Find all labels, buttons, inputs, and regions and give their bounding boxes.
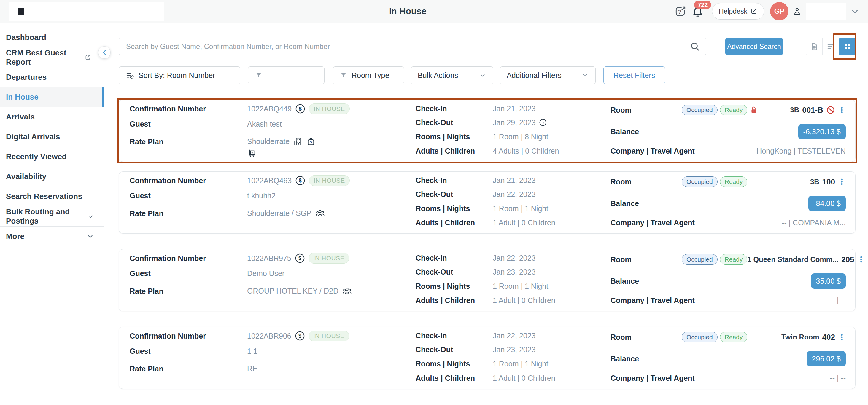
top-header: In House ? 722 Helpdesk (0, 0, 868, 23)
reservation-card[interactable]: Confirmation Number 1022ABQ449 $ IN HOUS… (119, 100, 856, 162)
dollar-circle-icon[interactable]: $ (295, 175, 305, 185)
confirmation-number-value[interactable]: 1022ABQ449 (247, 105, 291, 113)
page-title: In House (389, 6, 427, 16)
reservation-card[interactable]: Confirmation Number 1022ABR906 $ IN HOUS… (119, 327, 856, 389)
sidebar-item-label: Availability (6, 172, 46, 181)
adults-children-value: 1 Adult | 0 Children (493, 296, 555, 305)
guest-name[interactable]: 1 1 (247, 347, 257, 356)
search-input[interactable] (119, 38, 684, 55)
status-badge-in-house: IN HOUSE (309, 331, 349, 341)
room-label: Room (611, 178, 682, 186)
sidebar-item[interactable]: Search Reservations (0, 187, 104, 206)
room-number[interactable]: 402 (822, 333, 835, 342)
balance-amount[interactable]: -6,320.13 $ (798, 124, 846, 139)
guest-name[interactable]: Demo User (247, 269, 284, 278)
advanced-search-button[interactable]: Advanced Search (725, 38, 783, 56)
confirmation-number-value[interactable]: 1022ABR906 (247, 332, 291, 340)
confirmation-number-value[interactable]: 1022ABR975 (247, 254, 291, 263)
status-badge-ready: Ready (720, 332, 748, 342)
balance-amount[interactable]: -84.00 $ (808, 196, 846, 211)
room-number[interactable]: 001-B (802, 106, 823, 115)
funnel-icon (340, 71, 347, 79)
sidebar-item[interactable]: Recently Viewed (0, 147, 104, 167)
chevron-down-icon[interactable] (850, 6, 860, 16)
notifications-bell[interactable]: 722 (691, 4, 704, 19)
balance-amount[interactable]: 35.00 $ (811, 273, 846, 289)
group-icon (342, 286, 352, 296)
chevron-down-icon (88, 212, 94, 220)
filter-dropdown[interactable] (248, 66, 324, 84)
document-view-icon[interactable] (806, 38, 822, 55)
confirmation-number-value[interactable]: 1022ABQ463 (247, 176, 291, 185)
list-view-icon[interactable] (822, 38, 839, 55)
kebab-menu-icon[interactable] (857, 255, 865, 264)
dollar-circle-icon[interactable]: $ (295, 104, 305, 114)
sidebar-item[interactable]: Departures (0, 67, 104, 87)
check-out-date: Jan 29, 2023 (493, 118, 536, 127)
column-divider (403, 332, 403, 383)
check-in-label: Check-In (415, 104, 493, 113)
room-number[interactable]: 205 (841, 255, 854, 264)
company-travel-agent-value: HongKong | TESTELEVEN (756, 147, 846, 155)
sidebar-item[interactable]: Bulk Routing and Postings (0, 206, 104, 226)
reset-filters-button[interactable]: Reset Filters (603, 66, 665, 84)
adults-children-value: 1 Adult | 0 Children (493, 218, 555, 227)
sidebar-item[interactable]: Dashboard (0, 28, 104, 47)
svg-text:$: $ (310, 140, 312, 144)
svg-text:$: $ (299, 333, 301, 339)
check-out-date: Jan 22, 2023 (493, 190, 536, 199)
sidebar-item[interactable]: More (0, 226, 104, 246)
guest-label: Guest (130, 347, 247, 356)
help-icon[interactable]: ? (674, 5, 687, 18)
room-number[interactable]: 100 (822, 177, 835, 187)
company-building-icon (293, 137, 303, 146)
additional-filters-dropdown[interactable]: Additional Filters (500, 66, 596, 84)
room-label: Room (611, 106, 682, 114)
kebab-menu-icon[interactable] (838, 106, 846, 114)
balance-label: Balance (611, 277, 639, 285)
kebab-menu-icon[interactable] (838, 333, 846, 342)
sidebar-item[interactable]: Digital Arrivals (0, 127, 104, 147)
reservation-card[interactable]: Confirmation Number 1022ABR975 $ IN HOUS… (119, 249, 856, 311)
sort-by-dropdown[interactable]: Sort By: Room Number (119, 66, 240, 84)
check-in-date: Jan 22, 2023 (493, 254, 536, 262)
balance-label: Balance (611, 128, 639, 136)
company-travel-agent-value: -- | -- (830, 374, 846, 382)
sidebar-item-label: Dashboard (6, 33, 46, 42)
grid-view-icon[interactable] (839, 38, 856, 56)
guest-name[interactable]: Akash test (247, 120, 282, 128)
logo-placeholder (9, 2, 164, 21)
sidebar-item[interactable]: Availability (0, 167, 104, 187)
helpdesk-label: Helpdesk (719, 7, 747, 15)
svg-text:$: $ (299, 178, 302, 183)
status-badge-in-house: IN HOUSE (309, 253, 349, 263)
check-out-label: Check-Out (415, 345, 493, 354)
rate-plan-value: GROUP HOTEL KEY / D2D (247, 287, 339, 295)
reservation-card[interactable]: Confirmation Number 1022ABQ463 $ IN HOUS… (119, 171, 856, 234)
room-type-dropdown[interactable]: Room Type (333, 66, 404, 84)
chevron-left-icon (100, 48, 108, 56)
sidebar-item[interactable]: In House (0, 87, 104, 107)
avatar[interactable]: GP (770, 2, 788, 21)
rooms-nights-label: Rooms | Nights (415, 360, 493, 368)
chevron-down-icon (86, 232, 94, 240)
bulk-actions-dropdown[interactable]: Bulk Actions (411, 66, 493, 84)
column-divider (403, 177, 403, 228)
sidebar-item[interactable]: CRM Best Guest Report (0, 47, 104, 67)
sidebar-item-label: Departures (6, 73, 46, 82)
balance-amount[interactable]: 296.02 $ (807, 351, 846, 367)
dollar-circle-icon[interactable]: $ (295, 253, 305, 263)
guest-name[interactable]: t khuhh2 (247, 192, 276, 200)
status-badge-occupied: Occupied (682, 176, 718, 187)
kebab-menu-icon[interactable] (838, 177, 846, 186)
helpdesk-button[interactable]: Helpdesk (712, 3, 764, 20)
sidebar-collapse-button[interactable] (98, 46, 111, 59)
room-type-name: 1 Queen Standard Comm... (747, 255, 838, 264)
dollar-circle-icon[interactable]: $ (295, 331, 305, 341)
chevron-down-icon (581, 71, 589, 79)
search-icon[interactable] (684, 41, 706, 52)
status-badge-occupied: Occupied (682, 105, 718, 115)
sidebar-item[interactable]: Arrivals (0, 107, 104, 127)
check-out-date: Jan 23, 2023 (493, 268, 536, 276)
rate-plan-value: Shoulderrate / SGP (247, 209, 311, 217)
